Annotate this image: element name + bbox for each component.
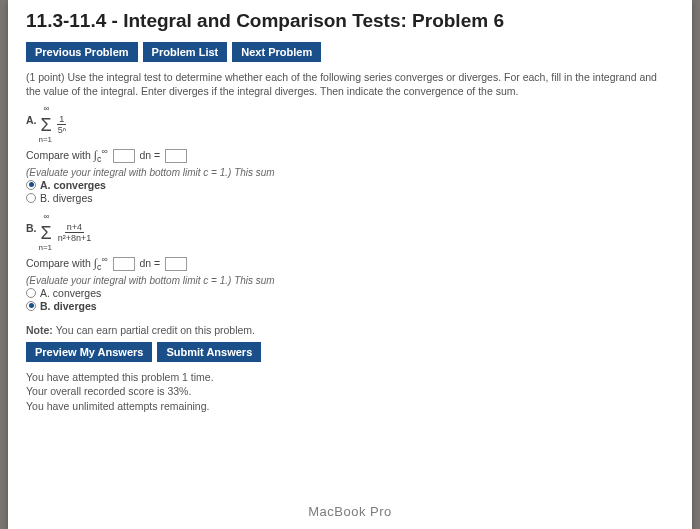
nav-buttons: Previous Problem Problem List Next Probl… [26,42,674,62]
integrand-input-b[interactable] [113,257,135,271]
radio-b-converges[interactable]: A. converges [26,287,674,299]
radio-label: B. diverges [40,300,97,312]
device-label: MacBook Pro [0,504,700,519]
radio-a-diverges[interactable]: B. diverges [26,192,674,204]
integral-value-input-a[interactable] [165,149,187,163]
radio-b-diverges[interactable]: B. diverges [26,300,674,312]
part-a: A. Σ 1 5ⁿ Compare with ∫c∞ dn = (Evaluat… [26,108,674,204]
int-upper: ∞ [101,146,107,156]
submit-answers-button[interactable]: Submit Answers [157,342,261,362]
compare-label: Compare with [26,256,94,268]
radio-a-converges[interactable]: A. converges [26,179,674,191]
dn-label: dn = [139,149,163,161]
part-b: B. Σ n+4 n²+8n+1 Compare with ∫c∞ dn = (… [26,216,674,312]
compare-label: Compare with [26,149,94,161]
frac-num: n+4 [65,222,84,233]
radio-label: A. converges [40,179,106,191]
part-b-term: n+4 n²+8n+1 [56,222,94,243]
page-title: 11.3-11.4 - Integral and Comparison Test… [26,10,674,32]
sigma-icon: Σ [41,108,52,142]
radio-icon [26,193,36,203]
frac-den: n²+8n+1 [56,233,94,243]
status-remaining: You have unlimited attempts remaining. [26,399,674,414]
hint-a: (Evaluate your integral with bottom limi… [26,167,674,178]
part-b-letter: B. [26,222,37,234]
part-a-term: 1 5ⁿ [56,114,68,135]
part-a-letter: A. [26,114,37,126]
dn-label: dn = [139,256,163,268]
hint-b: (Evaluate your integral with bottom limi… [26,275,674,286]
previous-problem-button[interactable]: Previous Problem [26,42,138,62]
sum-b: B. Σ n+4 n²+8n+1 [26,216,674,250]
compare-b: Compare with ∫c∞ dn = [26,254,674,272]
note-text: You can earn partial credit on this prob… [56,324,255,336]
attempt-status: You have attempted this problem 1 time. … [26,370,674,414]
partial-credit-note: Note: You can earn partial credit on thi… [26,324,674,336]
status-attempts: You have attempted this problem 1 time. [26,370,674,385]
sigma-icon: Σ [41,216,52,250]
status-score: Your overall recorded score is 33%. [26,384,674,399]
note-prefix: Note: [26,324,56,336]
sum-a: A. Σ 1 5ⁿ [26,108,674,142]
radio-label: A. converges [40,287,101,299]
frac-num: 1 [57,114,66,125]
radio-icon [26,180,36,190]
preview-answers-button[interactable]: Preview My Answers [26,342,152,362]
integral-value-input-b[interactable] [165,257,187,271]
radio-icon [26,301,36,311]
next-problem-button[interactable]: Next Problem [232,42,321,62]
frac-den: 5ⁿ [56,125,68,135]
radio-icon [26,288,36,298]
answer-buttons: Preview My Answers Submit Answers [26,342,674,362]
radio-label: B. diverges [40,192,93,204]
integrand-input-a[interactable] [113,149,135,163]
int-upper: ∞ [101,254,107,264]
instructions: (1 point) Use the integral test to deter… [26,70,674,98]
compare-a: Compare with ∫c∞ dn = [26,146,674,164]
problem-list-button[interactable]: Problem List [143,42,228,62]
problem-page: 11.3-11.4 - Integral and Comparison Test… [8,0,692,529]
